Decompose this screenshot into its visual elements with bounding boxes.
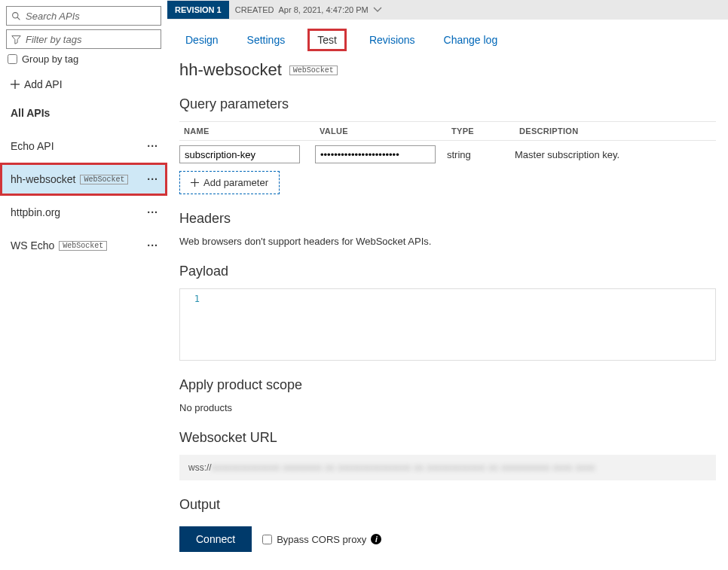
col-name: NAME [184,126,320,136]
plus-icon [191,178,199,187]
api-item-label: Echo API [11,140,54,152]
websocket-badge: WebSocket [289,66,338,75]
footer-actions: Connect Bypass CORS proxy i [179,526,716,552]
revision-bar: REVISION 1 CREATED Apr 8, 2021, 4:47:20 … [167,0,728,20]
param-description: Master subscription key. [515,149,716,160]
bypass-cors-checkbox[interactable]: Bypass CORS proxy i [262,534,381,545]
more-icon[interactable]: ··· [147,206,158,218]
main-panel: REVISION 1 CREATED Apr 8, 2021, 4:47:20 … [167,0,728,570]
headers-note: Web browsers don't support headers for W… [179,236,716,247]
ws-url-redacted: xxxxxxxxxxxxxx xxxxxxxx xx xxxxxxxxxxxxx… [212,462,595,473]
search-icon [11,11,21,21]
section-output: Output [179,497,716,513]
tab-settings[interactable]: Settings [241,31,292,49]
api-item-label: hh-websocket [11,173,75,185]
api-item-ws-echo[interactable]: WS Echo WebSocket ··· [0,229,167,262]
payload-textarea[interactable] [206,289,715,360]
sidebar: Search APIs Filter by tags Group by tag … [0,0,167,570]
api-list: Echo API ··· hh-websocket WebSocket ··· … [0,130,167,262]
api-item-httpbin[interactable]: httpbin.org ··· [0,196,167,229]
line-number: 1 [180,289,206,360]
table-row: string Master subscription key. [179,141,716,168]
websocket-badge: WebSocket [80,175,128,184]
group-by-tag-checkbox[interactable]: Group by tag [6,53,161,65]
section-headers: Headers [179,211,716,227]
col-description: DESCRIPTION [519,126,711,136]
filter-icon [11,35,21,44]
created-label: CREATED [235,5,274,14]
websocket-url-box[interactable]: wss://xxxxxxxxxxxxxx xxxxxxxx xx xxxxxxx… [179,455,716,480]
chevron-down-icon [373,7,382,13]
revision-created[interactable]: CREATED Apr 8, 2021, 4:47:20 PM [229,5,382,14]
plus-icon [11,80,20,89]
search-apis-input[interactable]: Search APIs [6,6,161,26]
add-api-label: Add API [24,78,63,90]
group-by-tag-label: Group by tag [22,53,78,65]
tab-design[interactable]: Design [179,31,225,49]
api-item-label: WS Echo [11,239,54,251]
no-products-text: No products [179,402,716,413]
tab-row: Design Settings Test Revisions Change lo… [167,20,728,51]
tab-changelog[interactable]: Change log [438,31,504,49]
info-icon[interactable]: i [371,534,381,544]
more-icon[interactable]: ··· [147,173,158,185]
page-title: hh-websocket [179,60,282,80]
bypass-cors-label: Bypass CORS proxy [277,534,366,545]
search-placeholder: Search APIs [26,11,80,22]
param-value-input[interactable] [315,145,436,163]
tab-revisions[interactable]: Revisions [363,31,421,49]
col-type: TYPE [451,126,519,136]
param-type: string [447,149,515,160]
content: hh-websocket WebSocket Query parameters … [167,51,728,564]
api-item-label: httpbin.org [11,206,60,218]
more-icon[interactable]: ··· [147,140,158,152]
revision-badge[interactable]: REVISION 1 [167,1,229,19]
more-icon[interactable]: ··· [147,239,158,251]
svg-point-0 [13,12,18,17]
param-name-input[interactable] [179,145,300,163]
group-by-tag-input[interactable] [8,54,17,64]
all-apis-heading[interactable]: All APIs [11,107,161,119]
api-item-echo-api[interactable]: Echo API ··· [0,130,167,163]
query-params-table: NAME VALUE TYPE DESCRIPTION string Maste… [179,121,716,168]
section-query-parameters: Query parameters [179,96,716,112]
svg-line-1 [17,17,20,20]
api-item-hh-websocket[interactable]: hh-websocket WebSocket ··· [0,163,167,196]
tab-test[interactable]: Test [307,29,347,51]
table-header: NAME VALUE TYPE DESCRIPTION [179,121,716,141]
col-value: VALUE [320,126,451,136]
filter-placeholder: Filter by tags [26,34,81,45]
add-parameter-button[interactable]: Add parameter [179,171,280,194]
section-websocket-url: Websocket URL [179,430,716,446]
bypass-cors-input[interactable] [262,535,272,544]
ws-url-prefix: wss:// [188,462,212,473]
websocket-badge: WebSocket [59,241,107,251]
connect-button[interactable]: Connect [179,526,252,552]
add-parameter-label: Add parameter [203,177,268,188]
filter-tags-input[interactable]: Filter by tags [6,29,161,49]
section-payload: Payload [179,264,716,279]
add-api-button[interactable]: Add API [11,78,161,90]
section-apply-scope: Apply product scope [179,377,716,393]
created-value: Apr 8, 2021, 4:47:20 PM [279,5,369,14]
payload-editor[interactable]: 1 [179,288,716,361]
